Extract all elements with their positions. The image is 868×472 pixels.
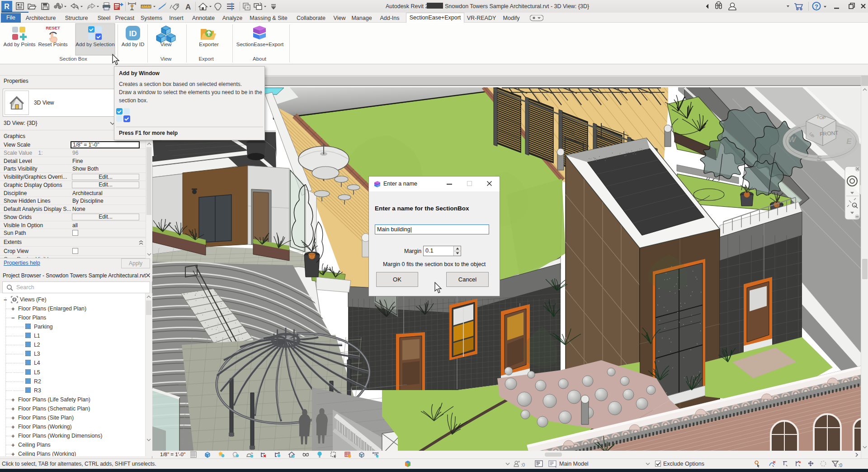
svg-text::0: :0 xyxy=(521,462,525,467)
svg-text:RESET: RESET xyxy=(46,25,60,30)
svg-text:W: W xyxy=(788,135,797,144)
svg-text:R: R xyxy=(4,3,9,10)
svg-text:Snowdon Towers Sample Architec: Snowdon Towers Sample Architectural.rvt … xyxy=(445,3,589,10)
svg-text:Autodesk Revit 2: Autodesk Revit 2 xyxy=(386,3,429,10)
svg-text:ID: ID xyxy=(129,29,137,38)
svg-text:A: A xyxy=(185,3,191,11)
svg-text:E: E xyxy=(846,137,852,146)
svg-text:1: 1 xyxy=(176,5,178,8)
svg-text:FRONT: FRONT xyxy=(820,130,839,138)
svg-text:S: S xyxy=(816,154,822,163)
svg-text:?: ? xyxy=(815,3,818,10)
svg-text::0: :0 xyxy=(838,462,842,468)
